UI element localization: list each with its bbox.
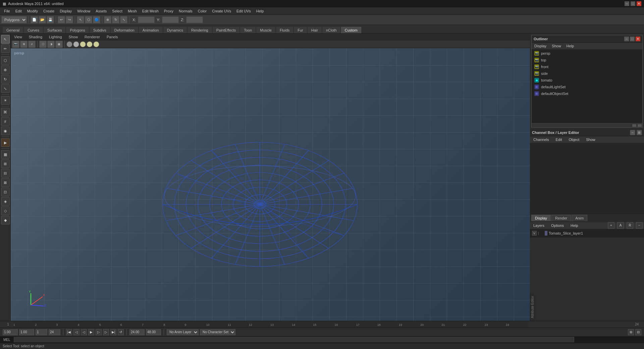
layer6-btn[interactable]: ◈ — [1, 197, 10, 206]
le-render-btn[interactable]: R — [627, 222, 633, 229]
menu-color[interactable]: Color — [195, 8, 209, 14]
vp-textured-btn[interactable]: ▦ — [55, 41, 63, 48]
menu-help[interactable]: Help — [254, 8, 267, 14]
move-btn[interactable]: ⊕ — [104, 16, 111, 23]
layer5-btn[interactable]: ⊡ — [1, 188, 10, 196]
outliner-menu-show[interactable]: Show — [550, 43, 562, 49]
outliner-item-defaultobjectset[interactable]: ⊞ defaultObjectSet — [532, 90, 642, 97]
shelf-tab-rendering[interactable]: Rendering — [187, 27, 212, 33]
le-menu-layers[interactable]: Layers — [531, 223, 546, 228]
shelf-tab-muscle[interactable]: Muscle — [256, 27, 275, 33]
vp-res-btn[interactable]: ⊞ — [20, 41, 28, 48]
anim-layer-select[interactable]: No Anim Layer — [167, 329, 199, 335]
next-key-btn[interactable]: ▷ — [103, 329, 109, 335]
menu-display[interactable]: Display — [57, 8, 74, 14]
vp-light4-btn[interactable] — [87, 41, 93, 47]
open-btn[interactable]: 📂 — [39, 16, 46, 23]
menu-edit[interactable]: Edit — [13, 8, 24, 14]
menu-edit-mesh[interactable]: Edit Mesh — [140, 8, 161, 14]
mode-selector[interactable]: Polygons — [1, 16, 27, 23]
menu-edit-uvs[interactable]: Edit UVs — [234, 8, 254, 14]
layer-visibility-v[interactable]: V — [532, 231, 537, 236]
menu-file[interactable]: File — [1, 8, 13, 14]
playback-end-input[interactable] — [146, 329, 161, 335]
loop-btn[interactable]: ↺ — [118, 329, 124, 335]
soft-mod-btn[interactable]: ◉ — [1, 127, 10, 135]
shelf-tab-polygons[interactable]: Polygons — [66, 27, 89, 33]
cb-menu-edit[interactable]: Edit — [553, 137, 564, 142]
menu-proxy[interactable]: Proxy — [161, 8, 176, 14]
paint-select-btn[interactable]: ✏ — [1, 44, 10, 53]
outliner-item-persp[interactable]: 📷 persp — [532, 50, 642, 57]
show-manip-btn[interactable]: ☀ — [1, 96, 10, 105]
layer7-btn[interactable]: ◇ — [1, 206, 10, 215]
prev-frame-btn[interactable]: ◁ — [81, 329, 87, 335]
shelf-tab-subdivs[interactable]: Subdivs — [90, 27, 110, 33]
menu-assets[interactable]: Assets — [93, 8, 109, 14]
3d-viewport[interactable]: persp — [11, 48, 530, 321]
outliner-item-top[interactable]: 📷 top — [532, 57, 642, 63]
vp-shaded-btn[interactable]: ◑ — [47, 41, 55, 48]
go-start-btn[interactable]: |◀ — [66, 329, 72, 335]
outliner-close-btn[interactable]: ✕ — [636, 37, 640, 41]
shelf-tab-painteffects[interactable]: PaintEffects — [213, 27, 240, 33]
menu-create-uvs[interactable]: Create UVs — [209, 8, 234, 14]
outliner-minimize-btn[interactable]: ─ — [624, 37, 629, 41]
cb-menu-show[interactable]: Show — [584, 137, 597, 142]
rotate-btn[interactable]: ↻ — [112, 16, 119, 23]
tab-display[interactable]: Display — [531, 215, 551, 221]
outliner-scrollbar[interactable] — [532, 123, 642, 127]
menu-modify[interactable]: Modify — [24, 8, 41, 14]
vp-light3-btn[interactable] — [80, 41, 86, 47]
shelf-tab-custom[interactable]: Custom — [341, 27, 361, 33]
tab-anim[interactable]: Anim — [572, 215, 587, 221]
le-menu-options[interactable]: Options — [549, 223, 566, 228]
title-bar-controls[interactable]: ─ □ ✕ — [625, 1, 641, 6]
select-tool-btn[interactable]: ↖ — [1, 35, 10, 44]
play-btn[interactable]: ▶ — [88, 329, 94, 335]
transport-icon-1[interactable]: ⊞ — [628, 329, 634, 335]
prev-key-btn[interactable]: ◁ — [73, 329, 79, 335]
shelf-tab-general[interactable]: General — [3, 27, 23, 33]
playback-start-input[interactable] — [129, 329, 145, 335]
next-frame-btn[interactable]: ▷ — [96, 329, 102, 335]
le-remove-btn[interactable]: − — [636, 222, 643, 229]
move-tool-btn[interactable]: ⊕ — [1, 65, 10, 74]
shelf-tab-toon[interactable]: Toon — [240, 27, 256, 33]
shelf-tab-hair[interactable]: Hair — [308, 27, 322, 33]
outliner-item-defaultlightset[interactable]: ⊞ defaultLightSet — [532, 84, 642, 90]
cb-menu-object[interactable]: Object — [567, 137, 581, 142]
menu-mesh[interactable]: Mesh — [125, 8, 140, 14]
go-end-btn[interactable]: ▶| — [110, 329, 116, 335]
shelf-tab-ncloth[interactable]: nCloth — [322, 27, 340, 33]
select-btn[interactable]: ↖ — [77, 16, 84, 23]
shelf-tab-curves[interactable]: Curves — [24, 27, 43, 33]
shelf-tab-deformation[interactable]: Deformation — [111, 27, 138, 33]
paint-btn[interactable]: 🔵 — [93, 16, 100, 23]
outliner-item-front[interactable]: 📷 front — [532, 63, 642, 70]
menu-normals[interactable]: Normals — [176, 8, 195, 14]
undo-btn[interactable]: ↩ — [58, 16, 65, 23]
le-menu-help[interactable]: Help — [569, 223, 580, 228]
rotate-tool-btn[interactable]: ↻ — [1, 75, 10, 84]
layer3-btn[interactable]: ⊟ — [1, 169, 10, 178]
le-add-btn[interactable]: + — [608, 222, 614, 229]
vp-menu-renderer[interactable]: Renderer — [83, 35, 101, 39]
scale-btn[interactable]: ⤡ — [120, 16, 127, 23]
tab-render[interactable]: Render — [551, 215, 571, 221]
le-anim-btn[interactable]: A — [617, 222, 624, 229]
start-frame-input[interactable] — [3, 329, 18, 335]
snap-grid-btn[interactable]: # — [1, 117, 10, 126]
vp-menu-shading[interactable]: Shading — [28, 35, 44, 39]
cb-icon-1[interactable]: ↔ — [630, 130, 635, 135]
save-btn[interactable]: 💾 — [47, 16, 54, 23]
minimize-button[interactable]: ─ — [625, 1, 629, 6]
cb-menu-channels[interactable]: Channels — [531, 137, 551, 142]
layer2-btn[interactable]: ⊞ — [1, 159, 10, 168]
shelf-tab-fluids[interactable]: Fluids — [276, 27, 293, 33]
outliner-menu-display[interactable]: Display — [533, 43, 548, 49]
shelf-tab-animation[interactable]: Animation — [139, 27, 163, 33]
vp-menu-panels[interactable]: Panels — [105, 35, 119, 39]
new-scene-btn[interactable]: 📄 — [31, 16, 38, 23]
vp-light2-btn[interactable] — [73, 41, 79, 47]
